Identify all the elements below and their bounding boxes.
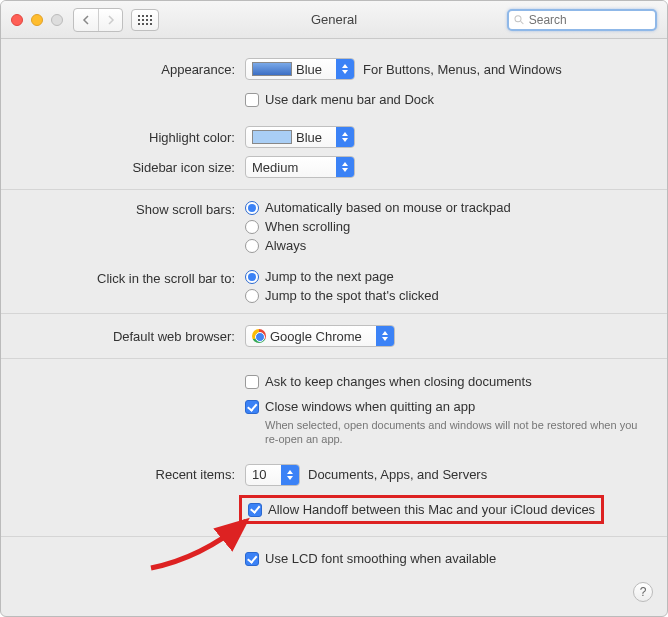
- sidebar-size-label: Sidebar icon size:: [21, 160, 245, 175]
- radio-icon: [245, 201, 259, 215]
- sidebar-size-select[interactable]: Medium: [245, 156, 355, 178]
- content-area: Appearance: Blue For Buttons, Menus, and…: [1, 39, 667, 587]
- sidebar-size-value: Medium: [252, 160, 298, 175]
- appearance-select[interactable]: Blue: [245, 58, 355, 80]
- show-all-button[interactable]: [131, 9, 159, 31]
- nav-buttons: [73, 8, 123, 32]
- minimize-icon[interactable]: [31, 14, 43, 26]
- close-windows-note: When selected, open documents and window…: [265, 418, 647, 447]
- checkbox-checked-icon: [245, 400, 259, 414]
- search-icon: [514, 14, 525, 26]
- scrollclick-next-radio[interactable]: Jump to the next page: [245, 269, 439, 284]
- close-windows-checkbox[interactable]: Close windows when quitting an app: [245, 399, 475, 414]
- handoff-label: Allow Handoff between this Mac and your …: [268, 502, 595, 517]
- radio-icon: [245, 270, 259, 284]
- scrollclick-label: Click in the scroll bar to:: [21, 269, 245, 286]
- scroll-always-label: Always: [265, 238, 306, 253]
- radio-icon: [245, 239, 259, 253]
- recent-suffix: Documents, Apps, and Servers: [308, 467, 487, 482]
- scroll-auto-label: Automatically based on mouse or trackpad: [265, 200, 511, 215]
- handoff-checkbox[interactable]: Allow Handoff between this Mac and your …: [248, 502, 595, 517]
- lcd-smoothing-checkbox[interactable]: Use LCD font smoothing when available: [245, 551, 496, 566]
- chevron-updown-icon: [336, 59, 354, 79]
- highlight-value: Blue: [296, 130, 322, 145]
- divider: [1, 313, 667, 314]
- chevron-updown-icon: [336, 157, 354, 177]
- lcd-smoothing-label: Use LCD font smoothing when available: [265, 551, 496, 566]
- chevron-updown-icon: [376, 326, 394, 346]
- checkbox-icon: [245, 375, 259, 389]
- appearance-label: Appearance:: [21, 62, 245, 77]
- divider: [1, 536, 667, 537]
- search-input[interactable]: [529, 13, 650, 27]
- chevron-updown-icon: [336, 127, 354, 147]
- svg-line-1: [521, 21, 524, 24]
- divider: [1, 358, 667, 359]
- checkbox-icon: [245, 93, 259, 107]
- browser-select[interactable]: Google Chrome: [245, 325, 395, 347]
- recent-label: Recent items:: [21, 467, 245, 482]
- scrollclick-next-label: Jump to the next page: [265, 269, 394, 284]
- divider: [1, 189, 667, 190]
- close-icon[interactable]: [11, 14, 23, 26]
- dark-menu-checkbox[interactable]: Use dark menu bar and Dock: [245, 92, 434, 107]
- scroll-when-radio[interactable]: When scrolling: [245, 219, 511, 234]
- chrome-icon: [252, 329, 266, 343]
- highlight-select[interactable]: Blue: [245, 126, 355, 148]
- dark-menu-label: Use dark menu bar and Dock: [265, 92, 434, 107]
- highlight-swatch-icon: [252, 130, 292, 144]
- svg-point-0: [515, 15, 521, 21]
- recent-select[interactable]: 10: [245, 464, 300, 486]
- help-icon: ?: [640, 585, 647, 599]
- close-windows-label: Close windows when quitting an app: [265, 399, 475, 414]
- forward-button[interactable]: [98, 9, 122, 31]
- scrollclick-spot-radio[interactable]: Jump to the spot that's clicked: [245, 288, 439, 303]
- chevron-updown-icon: [281, 465, 299, 485]
- search-field[interactable]: [507, 9, 657, 31]
- zoom-icon[interactable]: [51, 14, 63, 26]
- scroll-auto-radio[interactable]: Automatically based on mouse or trackpad: [245, 200, 511, 215]
- recent-value: 10: [252, 467, 266, 482]
- scrollbars-label: Show scroll bars:: [21, 200, 245, 217]
- ask-changes-checkbox[interactable]: Ask to keep changes when closing documen…: [245, 374, 532, 389]
- highlight-label: Highlight color:: [21, 130, 245, 145]
- titlebar: General: [1, 1, 667, 39]
- blue-swatch-icon: [252, 62, 292, 76]
- scrollclick-spot-label: Jump to the spot that's clicked: [265, 288, 439, 303]
- scroll-when-label: When scrolling: [265, 219, 350, 234]
- ask-changes-label: Ask to keep changes when closing documen…: [265, 374, 532, 389]
- window-controls: [11, 14, 63, 26]
- highlighted-setting: Allow Handoff between this Mac and your …: [239, 495, 604, 524]
- browser-label: Default web browser:: [21, 329, 245, 344]
- browser-value: Google Chrome: [270, 329, 362, 344]
- appearance-hint: For Buttons, Menus, and Windows: [363, 62, 562, 77]
- scroll-always-radio[interactable]: Always: [245, 238, 511, 253]
- help-button[interactable]: ?: [633, 582, 653, 602]
- appearance-value: Blue: [296, 62, 322, 77]
- radio-icon: [245, 220, 259, 234]
- preferences-window: General Appearance: Blue For Buttons, Me…: [0, 0, 668, 617]
- checkbox-checked-icon: [245, 552, 259, 566]
- radio-icon: [245, 289, 259, 303]
- checkbox-checked-icon: [248, 503, 262, 517]
- back-button[interactable]: [74, 9, 98, 31]
